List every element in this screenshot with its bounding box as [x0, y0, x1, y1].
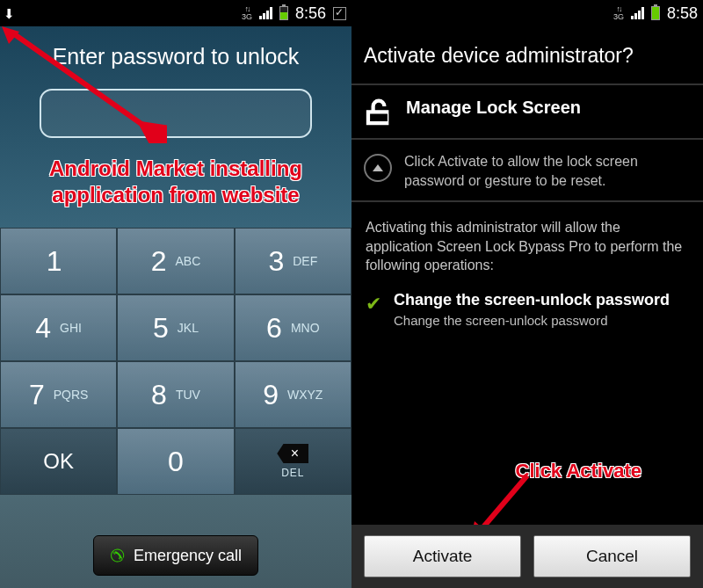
app-name: Manage Lock Screen	[406, 98, 581, 118]
cancel-button[interactable]: Cancel	[533, 535, 691, 577]
check-icon	[333, 7, 346, 20]
key-6[interactable]: 6MNO	[235, 294, 352, 361]
password-input[interactable]	[40, 89, 312, 138]
emergency-call-button[interactable]: ✆ Emergency call	[93, 535, 258, 576]
activate-button[interactable]: Activate	[364, 535, 521, 577]
divider	[352, 138, 703, 140]
divider	[352, 200, 703, 202]
operation-subtitle: Change the screen-unlock password	[394, 313, 670, 328]
key-ok[interactable]: OK	[0, 428, 117, 495]
lock-title: Enter password to unlock	[0, 44, 352, 69]
signal-icon	[631, 7, 644, 19]
key-2[interactable]: 2ABC	[117, 228, 234, 294]
divider	[352, 83, 703, 85]
download-icon: ⬇	[4, 7, 15, 20]
key-3[interactable]: 3DEF	[235, 228, 352, 294]
network-3g-icon: ↑↓3G	[242, 5, 252, 21]
key-1[interactable]: 1	[0, 228, 117, 294]
operation-row: ✔ Change the screen-unlock password Chan…	[352, 291, 703, 328]
key-9[interactable]: 9WXYZ	[235, 361, 352, 428]
key-0[interactable]: 0	[117, 428, 234, 495]
status-bar-left: ⬇ ↑↓3G 8:56	[0, 0, 352, 26]
hint-text: Click Activate to allow the lock screen …	[404, 152, 691, 190]
annotation-right: Click Activate	[516, 460, 641, 483]
battery-icon	[651, 6, 660, 20]
network-3g-icon: ↑↓3G	[613, 5, 624, 21]
keypad: 1 2ABC 3DEF 4GHI 5JKL 6MNO 7PQRS 8TUV 9W…	[0, 228, 352, 495]
backspace-icon	[277, 444, 308, 463]
key-5[interactable]: 5JKL	[117, 294, 234, 361]
operation-title: Change the screen-unlock password	[394, 291, 670, 309]
key-8[interactable]: 8TUV	[117, 361, 234, 428]
admin-screen: ↑↓3G 8:58 Activate device administrator?…	[352, 0, 703, 588]
clock-left: 8:56	[295, 4, 326, 23]
signal-icon	[259, 7, 272, 19]
check-icon: ✔	[366, 293, 381, 328]
admin-title: Activate device administrator?	[352, 26, 703, 83]
explain-text: Activating this administrator will allow…	[352, 214, 703, 291]
key-delete[interactable]: DEL	[235, 428, 352, 495]
battery-icon	[279, 6, 288, 20]
annotation-left: Android Market installing application fr…	[0, 156, 352, 208]
app-row: Manage Lock Screen	[352, 98, 703, 138]
emergency-label: Emergency call	[134, 547, 242, 565]
lock-screen: ⬇ ↑↓3G 8:56 Enter password to unlock And…	[0, 0, 352, 588]
button-bar: Activate Cancel	[352, 525, 703, 588]
hint-row: Click Activate to allow the lock screen …	[352, 152, 703, 200]
chevron-up-icon[interactable]	[364, 154, 392, 182]
key-4[interactable]: 4GHI	[0, 294, 117, 361]
status-bar-right: ↑↓3G 8:58	[352, 0, 703, 26]
lock-icon	[364, 98, 394, 127]
key-7[interactable]: 7PQRS	[0, 361, 117, 428]
clock-right: 8:58	[667, 4, 698, 23]
phone-icon: ✆	[106, 543, 127, 568]
